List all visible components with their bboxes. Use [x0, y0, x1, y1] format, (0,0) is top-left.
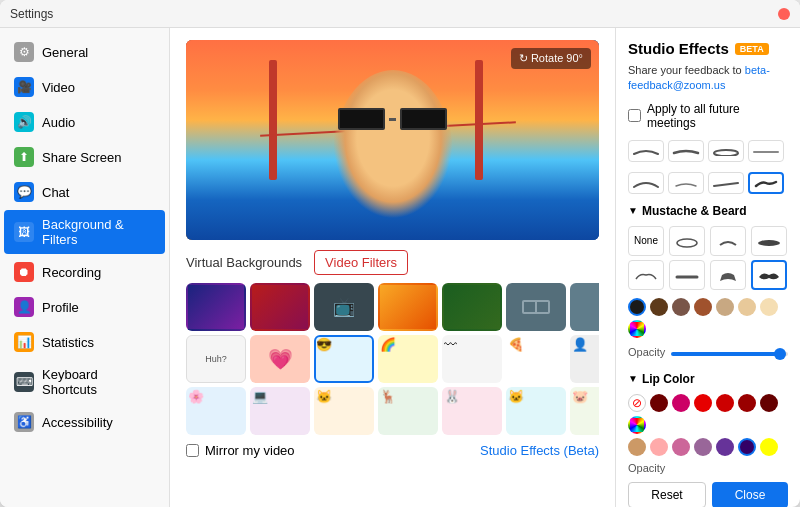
filter-item-14[interactable]: 🍕	[506, 335, 566, 383]
filter-item-2[interactable]	[250, 283, 310, 331]
mustache-6[interactable]	[710, 260, 746, 290]
rotate-button[interactable]: ↻ Rotate 90°	[511, 48, 591, 69]
general-icon: ⚙	[14, 42, 34, 62]
svg-point-1	[677, 239, 697, 247]
eyebrow-6[interactable]	[668, 172, 704, 194]
video-filters-tab[interactable]: Video Filters	[314, 250, 408, 275]
sidebar-item-audio[interactable]: 🔊 Audio	[4, 105, 165, 139]
sidebar-item-recording[interactable]: ⏺ Recording	[4, 255, 165, 289]
mustache-2[interactable]	[710, 226, 746, 256]
mustache-5[interactable]	[669, 260, 705, 290]
sidebar-item-chat[interactable]: 💬 Chat	[4, 175, 165, 209]
sidebar-item-video[interactable]: 🎥 Video	[4, 70, 165, 104]
sidebar-item-share-screen[interactable]: ⬆ Share Screen	[4, 140, 165, 174]
filter-item-3[interactable]: 📺	[314, 283, 374, 331]
close-window-button[interactable]	[778, 8, 790, 20]
eyebrow-options	[628, 140, 788, 162]
video-icon: 🎥	[14, 77, 34, 97]
eyebrow-4[interactable]	[748, 140, 784, 162]
filter-item-22[interactable]: 🐱	[506, 387, 566, 435]
sidebar-item-accessibility[interactable]: ♿ Accessibility	[4, 405, 165, 439]
chevron-icon: ▼	[628, 205, 638, 216]
mirror-checkbox[interactable]	[186, 444, 199, 457]
tabs-row: Virtual Backgrounds Video Filters	[186, 250, 599, 275]
lip-color-section-title[interactable]: ▼ Lip Color	[628, 372, 788, 386]
mustache-4[interactable]	[628, 260, 664, 290]
eyebrow-3[interactable]	[708, 140, 744, 162]
lip-no-color[interactable]: ⊘	[628, 394, 646, 412]
lip-nude[interactable]	[628, 438, 646, 456]
mustache-7[interactable]	[751, 260, 787, 290]
sidebar-label-audio: Audio	[42, 115, 75, 130]
sidebar-item-profile[interactable]: 👤 Profile	[4, 290, 165, 324]
filter-item-4[interactable]	[378, 283, 438, 331]
lip-red[interactable]	[694, 394, 712, 412]
filter-item-12[interactable]: 🌈	[378, 335, 438, 383]
filter-item-15[interactable]: 👤	[570, 335, 599, 383]
color-sienna[interactable]	[694, 298, 712, 316]
filter-item-5[interactable]	[442, 283, 502, 331]
filter-item-9[interactable]: Huh?	[186, 335, 246, 383]
apply-checkbox[interactable]	[628, 109, 641, 122]
sidebar-item-background[interactable]: 🖼 Background & Filters	[4, 210, 165, 254]
color-black[interactable]	[628, 298, 646, 316]
slider-thumb-1	[774, 348, 786, 360]
eyebrow-2[interactable]	[668, 140, 704, 162]
lip-yellow[interactable]	[760, 438, 778, 456]
virtual-bg-tab-label[interactable]: Virtual Backgrounds	[186, 255, 302, 270]
lip-pink[interactable]	[672, 394, 690, 412]
lip-darkpurple[interactable]	[738, 438, 756, 456]
sidebar-item-keyboard[interactable]: ⌨ Keyboard Shortcuts	[4, 360, 165, 404]
lip-darkred[interactable]	[650, 394, 668, 412]
color-wheat[interactable]	[760, 298, 778, 316]
panel-feedback: Share your feedback to beta-feedback@zoo…	[628, 63, 788, 94]
lip-lightpink[interactable]	[650, 438, 668, 456]
mustache-3[interactable]	[751, 226, 787, 256]
filter-item-18[interactable]: 💻	[250, 387, 310, 435]
reset-button[interactable]: Reset	[628, 482, 706, 507]
filter-item-13[interactable]: 〰	[442, 335, 502, 383]
sidebar-label-general: General	[42, 45, 88, 60]
mustache-1[interactable]	[669, 226, 705, 256]
filter-grid: 📺 🎖 Huh? 💗 😎 🌈 〰 🍕 👤 🌸 💻	[186, 283, 599, 435]
filter-item-20[interactable]: 🦌	[378, 387, 438, 435]
eyebrow-1[interactable]	[628, 140, 664, 162]
lip-mauve[interactable]	[672, 438, 690, 456]
lip-purple[interactable]	[716, 438, 734, 456]
color-darkbrown[interactable]	[650, 298, 668, 316]
filter-item-17[interactable]: 🌸	[186, 387, 246, 435]
color-blonde[interactable]	[738, 298, 756, 316]
mustache-none[interactable]: None	[628, 226, 664, 256]
filter-item-23[interactable]: 🐷	[570, 387, 599, 435]
filter-item-19[interactable]: 🐱	[314, 387, 374, 435]
opacity-label-1: Opacity	[628, 346, 665, 358]
filter-item-1[interactable]	[186, 283, 246, 331]
filter-item-7[interactable]	[570, 283, 599, 331]
color-brown[interactable]	[672, 298, 690, 316]
apply-check[interactable]: Apply to all future meetings	[628, 102, 788, 130]
mustache-section-title[interactable]: ▼ Mustache & Beard	[628, 204, 788, 218]
mustache-label: Mustache & Beard	[642, 204, 747, 218]
close-button[interactable]: Close	[712, 482, 788, 507]
mirror-check[interactable]: Mirror my video	[186, 443, 295, 458]
lip-plum[interactable]	[694, 438, 712, 456]
filter-item-21[interactable]: 🐰	[442, 387, 502, 435]
lip-crimson[interactable]	[716, 394, 734, 412]
color-rainbow[interactable]	[628, 320, 646, 338]
filter-item-10[interactable]: 💗	[250, 335, 310, 383]
filter-item-11[interactable]: 😎	[314, 335, 374, 383]
sidebar-item-general[interactable]: ⚙ General	[4, 35, 165, 69]
sidebar-item-statistics[interactable]: 📊 Statistics	[4, 325, 165, 359]
sidebar: ⚙ General 🎥 Video 🔊 Audio ⬆ Share Screen…	[0, 28, 170, 507]
lip-rainbow[interactable]	[628, 416, 646, 434]
eyebrow-8[interactable]	[748, 172, 784, 194]
studio-effects-link[interactable]: Studio Effects (Beta)	[480, 443, 599, 458]
eyebrow-7[interactable]	[708, 172, 744, 194]
opacity-slider-1[interactable]	[671, 352, 788, 356]
lip-burgundy[interactable]	[760, 394, 778, 412]
lip-maroon[interactable]	[738, 394, 756, 412]
color-tan[interactable]	[716, 298, 734, 316]
filter-item-6[interactable]	[506, 283, 566, 331]
eyebrow-5[interactable]	[628, 172, 664, 194]
keyboard-icon: ⌨	[14, 372, 34, 392]
